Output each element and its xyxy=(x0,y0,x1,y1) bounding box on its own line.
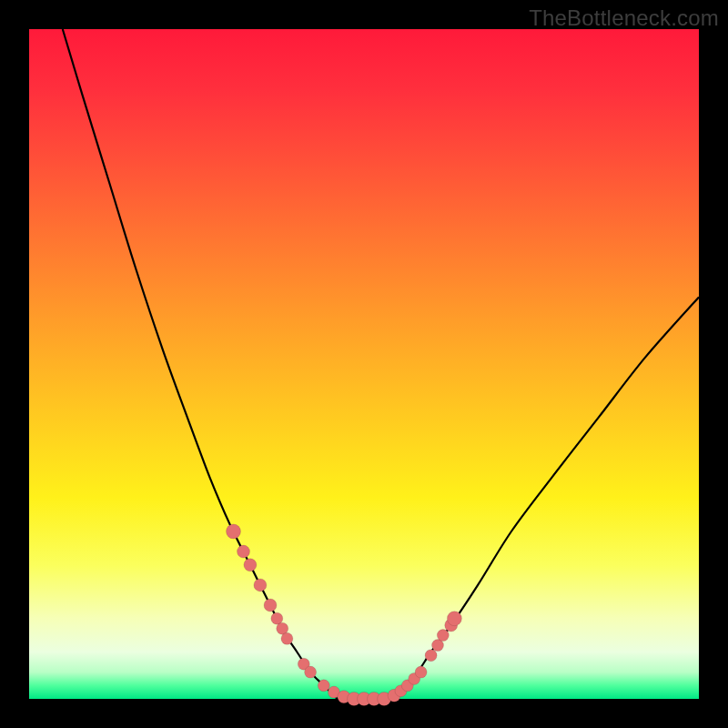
data-point xyxy=(238,545,250,558)
watermark-text: TheBottleneck.com xyxy=(529,5,719,31)
data-point xyxy=(447,612,461,626)
chart-frame: TheBottleneck.com xyxy=(0,0,728,728)
data-point xyxy=(305,666,317,678)
data-point xyxy=(281,632,293,644)
data-point xyxy=(254,579,267,592)
data-point xyxy=(264,599,277,612)
data-point xyxy=(318,680,329,692)
data-point xyxy=(227,524,241,539)
data-point xyxy=(415,666,427,678)
data-point xyxy=(244,559,257,571)
chart-svg xyxy=(29,29,699,699)
marker-group xyxy=(227,524,462,706)
bottleneck-curve xyxy=(63,29,699,700)
plot-area xyxy=(29,29,699,699)
data-point xyxy=(437,630,449,642)
data-point xyxy=(425,650,437,662)
